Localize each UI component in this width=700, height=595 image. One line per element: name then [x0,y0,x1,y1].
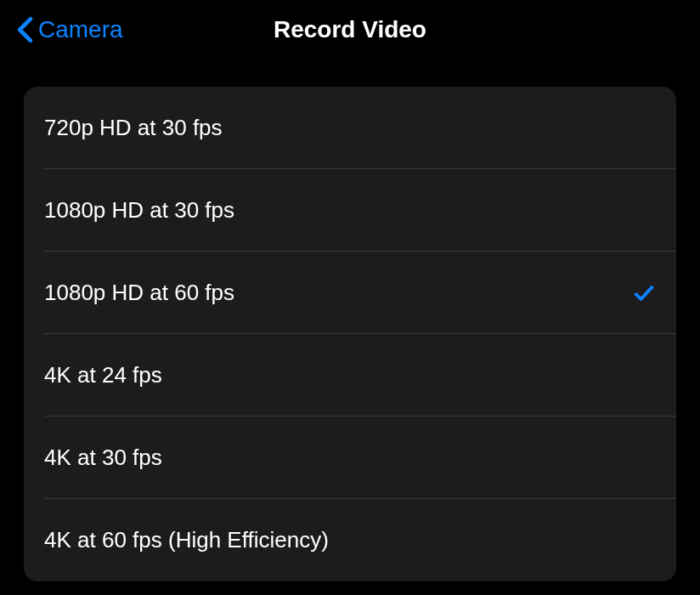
option-4k-30[interactable]: 4K at 30 fps [24,416,676,499]
options-list: 720p HD at 30 fps 1080p HD at 30 fps 108… [24,87,676,581]
option-label: 4K at 60 fps (High Efficiency) [44,527,329,553]
option-label: 1080p HD at 60 fps [44,280,234,306]
option-label: 4K at 24 fps [44,362,162,388]
option-label: 720p HD at 30 fps [44,115,223,141]
chevron-left-icon [17,16,33,43]
checkmark-icon [632,281,656,305]
option-1080p-30[interactable]: 1080p HD at 30 fps [24,169,676,252]
option-label: 1080p HD at 30 fps [44,197,234,224]
option-720p-30[interactable]: 720p HD at 30 fps [24,87,676,169]
header: Camera Record Video [0,0,700,68]
option-1080p-60[interactable]: 1080p HD at 60 fps [24,252,676,334]
back-label: Camera [38,16,123,43]
option-label: 4K at 30 fps [44,445,162,471]
option-4k-60-he[interactable]: 4K at 60 fps (High Efficiency) [24,499,676,581]
option-4k-24[interactable]: 4K at 24 fps [24,334,676,416]
back-button[interactable]: Camera [17,16,123,43]
